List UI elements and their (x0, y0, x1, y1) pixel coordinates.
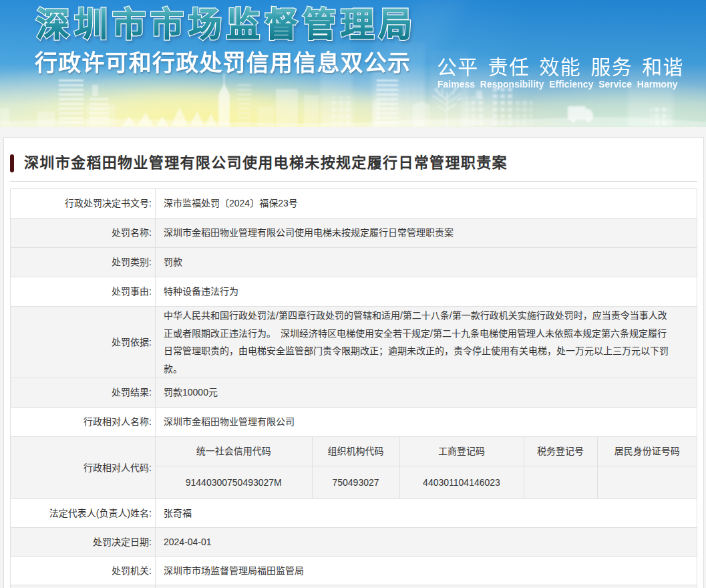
svg-text:Faimess Responsibility Effic: Faimess Responsibility Efficiency Servic… (437, 79, 678, 90)
svg-text:行政许可和行政处罚信用信息双公示: 行政许可和行政处罚信用信息双公示 (35, 50, 411, 76)
svg-text:公平 责任 效能 服务 和谐: 公平 责任 效能 服务 和谐 (437, 56, 684, 78)
svg-text:深圳市市场监督管理局: 深圳市市场监督管理局 (36, 6, 417, 43)
